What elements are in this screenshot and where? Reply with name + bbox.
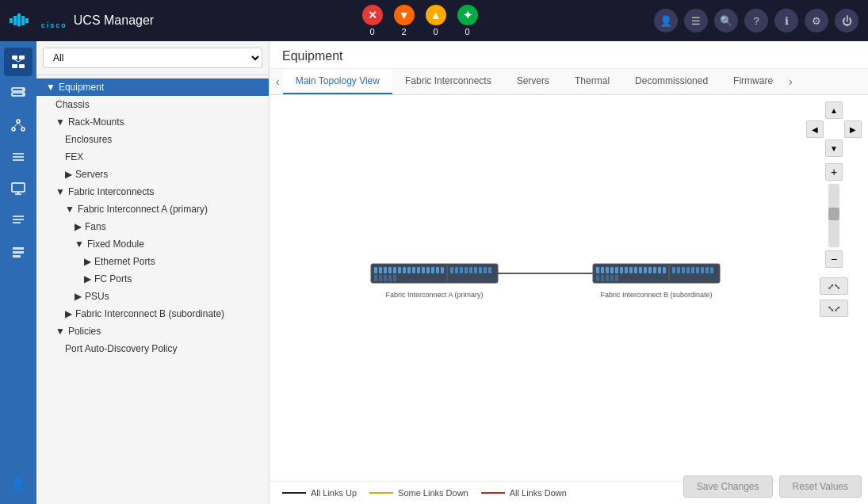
tab-thermal[interactable]: Thermal (562, 69, 622, 94)
help-btn[interactable]: ? (744, 9, 768, 32)
settings-btn[interactable]: ⚙ (805, 9, 828, 32)
nav-item-fex[interactable]: FEX (36, 148, 269, 166)
some-links-down-label: Some Links Down (398, 488, 468, 498)
svg-rect-67 (606, 267, 609, 273)
nav-item-psus[interactable]: ▶ PSUs (36, 288, 269, 305)
fi-a-device[interactable]: Fabric Interconnect A (primary) (371, 264, 498, 299)
tab-servers[interactable]: Servers (504, 69, 562, 94)
nav-item-port-discovery[interactable]: Port Auto-Discovery Policy (36, 340, 269, 357)
logout-btn[interactable]: ⏻ (835, 9, 858, 32)
svg-rect-40 (407, 267, 411, 273)
svg-rect-70 (620, 267, 623, 273)
topology-nav-btn[interactable] (4, 48, 33, 76)
fi-b-device[interactable]: Fabric Interconnect B (subordinate) (593, 264, 720, 299)
svg-rect-65 (596, 267, 599, 273)
info-btn[interactable]: ℹ (774, 9, 798, 32)
servers-label: Servers (75, 169, 108, 180)
nav-item-chassis[interactable]: Chassis (36, 96, 269, 113)
save-changes-btn[interactable]: Save Changes (683, 475, 773, 498)
critical-icon: ✕ (362, 5, 383, 25)
storage-nav-btn[interactable] (4, 143, 33, 171)
svg-rect-41 (412, 267, 415, 273)
nav-item-policies[interactable]: ▼ Policies (36, 323, 269, 340)
user-btn[interactable]: 👤 (654, 9, 678, 32)
all-links-down-line (481, 492, 505, 494)
nav-item-fabric-interconnects[interactable]: ▼ Fabric Interconnects (36, 183, 269, 200)
svg-rect-55 (479, 267, 482, 273)
nav-item-fi-a[interactable]: ▼ Fabric Interconnect A (primary) (36, 200, 269, 218)
tabs-bar: ‹ Main Topology View Fabric Interconnect… (270, 69, 868, 95)
server-nav-btn[interactable] (4, 79, 33, 108)
nav-item-enclosures[interactable]: Enclosures (36, 131, 269, 148)
svg-rect-93 (610, 275, 614, 281)
nav-item-fixed-module[interactable]: ▼ Fixed Module (36, 235, 269, 253)
fc-arrow: ▶ (84, 273, 91, 284)
nav-item-servers[interactable]: ▶ Servers (36, 166, 269, 183)
tab-scroll-right[interactable]: › (786, 72, 796, 91)
svg-rect-38 (398, 267, 401, 273)
svg-rect-61 (388, 275, 392, 281)
tab-scroll-left[interactable]: ‹ (273, 72, 283, 91)
nav-item-fi-b[interactable]: ▶ Fabric Interconnect B (subordinate) (36, 305, 269, 323)
svg-rect-7 (12, 64, 17, 68)
nav-dropdown-select[interactable]: All Equipment Policies (43, 48, 262, 68)
topology-svg: Fabric Interconnect A (primary) (347, 232, 744, 327)
zoom-in-btn[interactable]: + (825, 163, 843, 181)
topology-area: Fabric Interconnect A (primary) (270, 95, 868, 504)
svg-rect-4 (25, 18, 29, 23)
zoom-nav-right[interactable]: ▶ (844, 120, 862, 138)
alert-info[interactable]: ✦ 0 (457, 5, 478, 36)
zoom-nav-down[interactable]: ▼ (825, 139, 843, 157)
tab-decommissioned[interactable]: Decommissioned (622, 69, 721, 94)
nav-item-equipment[interactable]: ▼ Equipment (36, 78, 269, 96)
svg-rect-59 (379, 275, 382, 281)
search-btn[interactable]: 🔍 (714, 9, 738, 32)
svg-rect-90 (596, 275, 599, 281)
equipment-label: Equipment (59, 82, 104, 93)
menu-btn[interactable]: ☰ (684, 9, 708, 32)
svg-text:Fabric Interconnect A (primary: Fabric Interconnect A (primary) (385, 291, 483, 299)
tab-fabric-interconnects[interactable]: Fabric Interconnects (392, 69, 504, 94)
svg-rect-50 (455, 267, 458, 273)
zoom-fit-btn[interactable]: ⤢⤡ (820, 277, 848, 295)
svg-rect-29 (13, 247, 24, 250)
fixed-module-arrow: ▼ (75, 239, 84, 250)
nav-item-ethernet-ports[interactable]: ▶ Ethernet Ports (36, 253, 269, 270)
svg-rect-74 (639, 267, 642, 273)
svg-rect-58 (374, 275, 377, 281)
svg-rect-87 (701, 267, 704, 273)
user-nav-btn[interactable]: 👤 (4, 469, 33, 498)
fans-arrow: ▶ (75, 221, 82, 232)
zoom-out-btn[interactable]: − (825, 250, 843, 268)
svg-rect-79 (663, 267, 666, 273)
nav-item-fans[interactable]: ▶ Fans (36, 218, 269, 235)
network-nav-btn[interactable] (4, 111, 33, 139)
zoom-fit-view-btn[interactable]: ⤡⤢ (820, 300, 848, 317)
list2-nav-btn[interactable] (4, 238, 33, 266)
monitor-nav-btn[interactable] (4, 174, 33, 203)
tab-firmware[interactable]: Firmware (721, 69, 786, 94)
reset-values-btn[interactable]: Reset Values (779, 475, 862, 498)
nav-item-rack-mounts[interactable]: ▼ Rack-Mounts (36, 113, 269, 131)
zoom-nav-left[interactable]: ◀ (806, 120, 824, 138)
svg-rect-73 (634, 267, 637, 273)
alert-warning[interactable]: ▼ 2 (394, 5, 415, 36)
all-links-up-line (282, 492, 306, 494)
svg-rect-69 (615, 267, 618, 273)
svg-rect-85 (691, 267, 694, 273)
svg-rect-35 (384, 267, 387, 273)
nav-item-fc-ports[interactable]: ▶ FC Ports (36, 270, 269, 288)
list-nav-btn[interactable] (4, 206, 33, 235)
svg-line-19 (18, 123, 23, 128)
svg-rect-92 (606, 275, 609, 281)
tab-main-topology[interactable]: Main Topology View (283, 69, 392, 94)
zoom-slider-container: + − (825, 163, 843, 268)
svg-rect-46 (436, 267, 439, 273)
fabric-interconnects-arrow: ▼ (55, 186, 65, 197)
alert-minor[interactable]: ▲ 0 (426, 5, 446, 36)
svg-line-18 (13, 123, 18, 128)
alert-critical[interactable]: ✕ 0 (362, 5, 383, 36)
zoom-nav-up[interactable]: ▲ (825, 101, 843, 119)
zoom-slider[interactable] (828, 184, 839, 247)
svg-rect-6 (19, 55, 25, 59)
